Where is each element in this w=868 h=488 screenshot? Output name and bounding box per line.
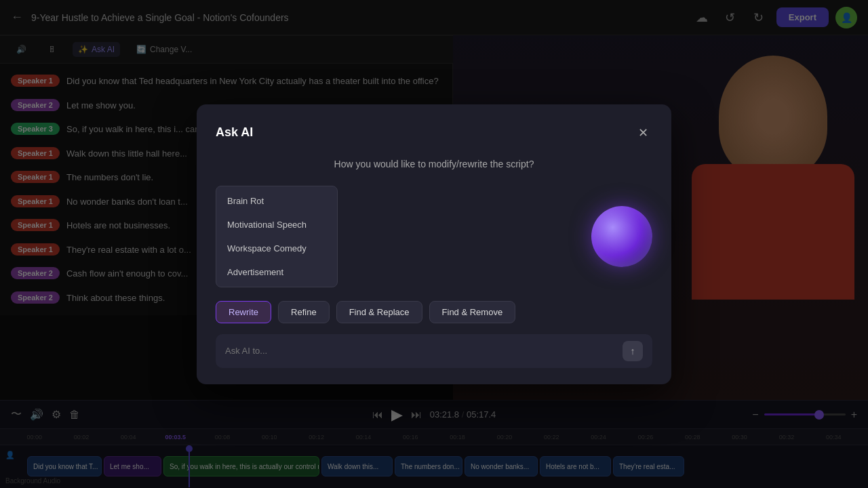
rewrite-button[interactable]: Rewrite xyxy=(216,301,271,323)
style-item-comedy[interactable]: Workspace Comedy xyxy=(216,237,337,260)
ask-send-button[interactable]: ↑ xyxy=(623,341,643,361)
modal-prompt: How you would like to modify/rewrite the… xyxy=(216,159,652,169)
refine-button[interactable]: Refine xyxy=(278,301,330,323)
ask-ai-modal: Ask AI ✕ How you would like to modify/re… xyxy=(197,104,671,384)
action-buttons: Rewrite Refine Find & Replace Find & Rem… xyxy=(216,301,652,323)
style-item-advertisement[interactable]: Advertisement xyxy=(216,260,337,284)
style-item-motivational[interactable]: Motivational Speech xyxy=(216,213,337,237)
modal-title: Ask AI xyxy=(216,125,253,140)
style-dropdown[interactable]: Brain Rot Motivational Speech Workspace … xyxy=(216,186,338,287)
find-remove-button[interactable]: Find & Remove xyxy=(429,301,516,323)
modal-close-button[interactable]: ✕ xyxy=(633,123,652,142)
ask-input-row: ↑ xyxy=(216,334,652,368)
ai-orb xyxy=(591,206,652,267)
ask-ai-input[interactable] xyxy=(225,346,617,356)
modal-overlay: Ask AI ✕ How you would like to modify/re… xyxy=(0,0,868,488)
find-replace-button[interactable]: Find & Replace xyxy=(336,301,422,323)
modal-header: Ask AI ✕ xyxy=(216,123,652,142)
style-item-brainrot[interactable]: Brain Rot xyxy=(216,189,337,213)
modal-body: Brain Rot Motivational Speech Workspace … xyxy=(216,186,652,287)
